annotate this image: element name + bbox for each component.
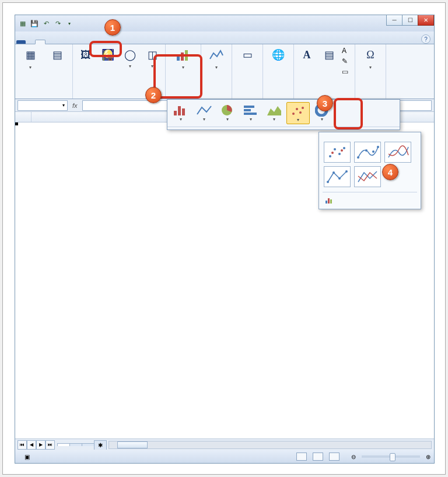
sheet-nav-prev[interactable]: ◀ bbox=[27, 440, 36, 450]
redo-icon[interactable]: ↷ bbox=[54, 19, 62, 27]
slicer-icon: ▭ bbox=[240, 48, 255, 63]
chart-type-line[interactable]: ▾ bbox=[193, 102, 215, 124]
slicer-button[interactable]: ▭ bbox=[236, 47, 259, 65]
smartart-button[interactable]: ◫ ▾ bbox=[143, 47, 162, 71]
chart-types-panel: ▾ ▾ ▾ ▾ ▾ ▾ ▾ bbox=[167, 99, 400, 130]
help-icon[interactable]: ? bbox=[421, 34, 430, 44]
svg-point-17 bbox=[334, 148, 336, 150]
svg-rect-2 bbox=[185, 50, 188, 61]
svg-rect-0 bbox=[177, 56, 180, 61]
scatter-smooth-lines[interactable] bbox=[384, 142, 411, 163]
sheet-tab-1[interactable] bbox=[57, 443, 70, 446]
chart-type-histogram[interactable]: ▾ bbox=[170, 102, 192, 124]
scatter-markers-only[interactable] bbox=[324, 142, 351, 163]
tab-formulas[interactable] bbox=[55, 40, 64, 44]
chart-type-pie[interactable]: ▾ bbox=[216, 102, 239, 124]
signature-icon[interactable]: ✎ bbox=[342, 57, 351, 66]
maximize-button[interactable]: ☐ bbox=[402, 15, 418, 26]
sheet-nav-next[interactable]: ▶ bbox=[36, 440, 46, 450]
group-text: A ▤ A ✎ ▭ bbox=[294, 44, 355, 99]
object-icon[interactable]: ▭ bbox=[342, 68, 351, 77]
ribbon-tabs: ? bbox=[15, 31, 434, 44]
view-layout-button[interactable] bbox=[313, 453, 323, 461]
group-tables: ▦ ▾ ▤ bbox=[15, 44, 73, 99]
all-chart-types[interactable] bbox=[323, 192, 417, 205]
view-normal-button[interactable] bbox=[296, 453, 307, 461]
pivot-table-button[interactable]: ▦ ▾ bbox=[19, 47, 42, 72]
horizontal-scrollbar[interactable] bbox=[108, 441, 432, 449]
minimize-button[interactable]: ─ bbox=[386, 15, 402, 26]
svg-point-12 bbox=[296, 108, 298, 110]
sparklines-button[interactable]: ▾ bbox=[205, 47, 228, 72]
headerfooter-button[interactable]: ▤ bbox=[320, 47, 338, 65]
group-symbols: Ω ▾ bbox=[355, 44, 386, 99]
scatter-straight-markers[interactable] bbox=[324, 166, 351, 187]
tab-view[interactable] bbox=[83, 40, 92, 44]
svg-point-28 bbox=[338, 177, 341, 180]
tab-data[interactable] bbox=[64, 40, 74, 44]
svg-point-18 bbox=[338, 153, 341, 155]
badge-2: 2 bbox=[145, 87, 162, 103]
sheet-tab-new[interactable]: ✱ bbox=[94, 440, 107, 450]
wordart-icon[interactable]: A bbox=[342, 47, 351, 56]
picture-button[interactable]: 🖼 bbox=[76, 47, 95, 65]
badge-1: 1 bbox=[104, 19, 121, 36]
svg-rect-8 bbox=[244, 109, 251, 111]
scatter-straight-lines[interactable] bbox=[354, 166, 381, 187]
status-bar: ▣ ⊖ ⊕ bbox=[15, 450, 434, 463]
select-all-corner[interactable] bbox=[15, 112, 32, 122]
sheet-nav-last[interactable]: ⏭ bbox=[46, 440, 55, 450]
svg-rect-3 bbox=[174, 111, 177, 115]
zoom-out-button[interactable]: ⊖ bbox=[351, 454, 356, 460]
chart-type-scatter[interactable]: ▾ bbox=[286, 102, 310, 124]
omega-icon: Ω bbox=[363, 48, 378, 63]
scatter-smooth-markers[interactable] bbox=[354, 142, 381, 163]
scatter-chart-icon bbox=[289, 104, 307, 118]
textbox-icon: A bbox=[299, 48, 314, 63]
svg-rect-1 bbox=[181, 52, 184, 61]
qat-dropdown-icon[interactable]: ▾ bbox=[65, 19, 74, 27]
sheet-nav-first[interactable]: ⏮ bbox=[18, 440, 27, 450]
undo-icon[interactable]: ↶ bbox=[42, 19, 50, 27]
svg-point-26 bbox=[327, 181, 329, 183]
tab-foxit[interactable] bbox=[111, 40, 120, 44]
svg-rect-9 bbox=[244, 113, 257, 115]
name-box[interactable]: ▾ bbox=[18, 100, 68, 111]
shapes-button[interactable]: ◯ ▾ bbox=[121, 47, 139, 71]
tab-developer[interactable] bbox=[92, 40, 102, 44]
sparkline-icon bbox=[209, 48, 224, 63]
picture-icon: 🖼 bbox=[78, 48, 93, 63]
chart-type-area[interactable]: ▾ bbox=[263, 102, 285, 124]
symbols-button[interactable]: Ω ▾ bbox=[359, 47, 382, 72]
table-button[interactable]: ▤ bbox=[46, 47, 69, 65]
histogram-icon bbox=[172, 103, 190, 117]
titlebar: ▦ 💾 ↶ ↷ ▾ ─ ☐ ✕ bbox=[15, 15, 434, 31]
zoom-slider[interactable] bbox=[362, 455, 420, 458]
tab-layout[interactable] bbox=[46, 40, 55, 44]
save-icon[interactable]: 💾 bbox=[30, 19, 38, 27]
bar-chart-icon bbox=[242, 103, 260, 117]
zoom-in-button[interactable]: ⊕ bbox=[426, 454, 430, 460]
sheet-tab-3[interactable] bbox=[82, 443, 94, 446]
close-button[interactable]: ✕ bbox=[418, 15, 434, 26]
clipart-button[interactable]: 🎑 bbox=[99, 47, 117, 65]
tab-review[interactable] bbox=[74, 40, 83, 44]
sheet-tab-2[interactable] bbox=[69, 443, 82, 446]
svg-point-23 bbox=[365, 149, 368, 152]
svg-point-27 bbox=[332, 171, 335, 174]
tab-addins[interactable] bbox=[102, 40, 111, 44]
sheet-tabs-bar: ⏮ ◀ ▶ ⏭ ✱ bbox=[15, 439, 434, 450]
tab-file[interactable] bbox=[16, 40, 26, 44]
tab-abbyy[interactable] bbox=[120, 40, 130, 44]
hyperlink-button[interactable]: 🌐 bbox=[267, 47, 290, 65]
charts-button[interactable]: ▾ bbox=[172, 47, 195, 72]
view-pagebreak-button[interactable] bbox=[329, 453, 340, 461]
tab-insert[interactable] bbox=[35, 40, 46, 44]
svg-point-24 bbox=[372, 150, 374, 153]
macro-record-icon[interactable]: ▣ bbox=[24, 454, 30, 460]
tab-home[interactable] bbox=[26, 40, 35, 44]
chart-icon bbox=[176, 48, 191, 63]
textbox-button[interactable]: A bbox=[298, 47, 316, 65]
fx-icon[interactable]: fx bbox=[72, 102, 78, 109]
chart-type-bar[interactable]: ▾ bbox=[240, 102, 262, 124]
